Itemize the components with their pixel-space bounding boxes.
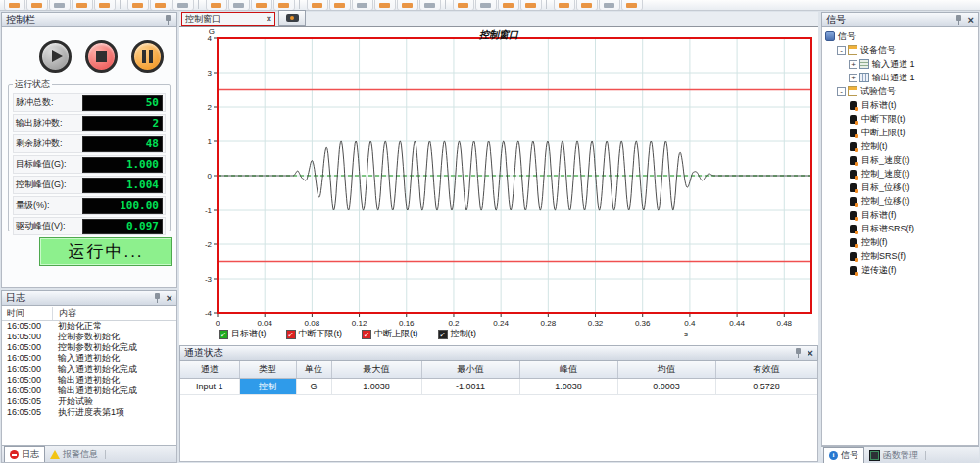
log-entry[interactable]: 16:05:00输入通道初始化 xyxy=(2,353,176,364)
collapse-icon[interactable]: - xyxy=(837,87,846,96)
channel-status-titlebar: 通道状态 × xyxy=(179,345,818,361)
toolbar-button[interactable] xyxy=(397,0,418,11)
channel-table-row[interactable]: Input 1控制G1.0038-1.00111.00380.00030.572… xyxy=(180,379,817,395)
chart-canvas[interactable]: 00.040.080.120.160.20.240.280.320.360.40… xyxy=(179,27,818,345)
channel-table-header[interactable]: 通道 xyxy=(180,361,239,379)
legend-checkbox[interactable]: ✓ xyxy=(286,330,296,339)
tree-item[interactable]: 控制(t) xyxy=(825,139,978,153)
toolbar-button[interactable] xyxy=(520,0,542,11)
toolbar-button[interactable] xyxy=(374,0,396,11)
signal-tree: 信号-设备信号+输入通道 1+输出通道 1-试验信号目标谱(t)中断下限(t)中… xyxy=(822,27,978,277)
channel-table-header[interactable]: 类型 xyxy=(239,361,296,379)
toolbar-button[interactable] xyxy=(352,0,373,11)
tree-item[interactable]: 逆传递(f) xyxy=(825,263,978,277)
tab-close-icon[interactable]: × xyxy=(267,14,271,24)
channel-table-header[interactable]: 峰值 xyxy=(519,361,617,379)
legend-item[interactable]: ✓中断下限(t) xyxy=(286,328,343,340)
tab-alarm-info[interactable]: 报警信息 xyxy=(45,447,103,462)
channel-table-header[interactable]: 单位 xyxy=(296,361,331,379)
pin-icon[interactable] xyxy=(795,348,803,358)
running-status-button[interactable]: 运行中... xyxy=(39,237,172,266)
close-icon[interactable]: × xyxy=(968,15,974,25)
close-icon[interactable]: × xyxy=(808,348,813,358)
tree-item[interactable]: 中断下限(t) xyxy=(825,112,978,126)
log-entry[interactable]: 16:05:00初始化正常 xyxy=(2,321,176,332)
log-entry[interactable]: 16:05:00控制参数初始化 xyxy=(2,332,176,342)
toolbar-button[interactable] xyxy=(307,0,328,11)
legend-checkbox[interactable]: ✓ xyxy=(362,330,371,339)
tree-item[interactable]: 目标谱(t) xyxy=(825,98,978,112)
toolbar-button[interactable] xyxy=(49,0,71,11)
toolbar-button[interactable] xyxy=(228,0,250,11)
pin-icon[interactable] xyxy=(165,15,172,25)
tree-item[interactable]: 目标谱SRS(f) xyxy=(825,222,978,235)
tree-item[interactable]: -设备信号 xyxy=(825,43,978,57)
log-entry[interactable]: 16:05:05开始试验 xyxy=(2,396,176,407)
expand-icon[interactable]: + xyxy=(849,74,858,82)
expand-icon[interactable]: + xyxy=(849,60,858,69)
toolbar-button[interactable] xyxy=(475,0,497,11)
close-icon[interactable]: × xyxy=(167,293,172,303)
log-entry[interactable]: 16:05:00控制参数初始化完成 xyxy=(2,342,176,353)
legend-checkbox[interactable]: ✓ xyxy=(438,330,448,339)
log-entry[interactable]: 16:05:05执行进度表第1项 xyxy=(2,407,176,418)
tree-item[interactable]: 控制(f) xyxy=(825,235,978,249)
tree-item[interactable]: 信号 xyxy=(825,29,978,43)
channel-table-header[interactable]: 均值 xyxy=(617,361,715,379)
channel-table-header[interactable]: 有效值 xyxy=(715,361,817,379)
toolbar-button[interactable] xyxy=(172,0,194,11)
toolbar-button[interactable] xyxy=(621,0,643,11)
log-entry[interactable]: 16:05:00输入通道初始化完成 xyxy=(2,364,176,375)
channel-table-header[interactable]: 最小值 xyxy=(421,361,519,379)
log-entry[interactable]: 16:05:00输出通道初始化完成 xyxy=(2,386,176,396)
tree-item[interactable]: 目标谱(f) xyxy=(825,208,978,222)
tree-item[interactable]: 控制_位移(t) xyxy=(825,194,978,208)
log-entry[interactable]: 16:05:00输出通道初始化 xyxy=(2,375,176,386)
toolbar-button[interactable] xyxy=(251,0,272,11)
pin-icon[interactable] xyxy=(154,293,162,303)
collapse-icon[interactable]: - xyxy=(837,46,846,55)
legend-item[interactable]: ✓控制(t) xyxy=(438,328,477,340)
toolbar-button[interactable] xyxy=(599,0,620,11)
toolbar-button[interactable] xyxy=(72,0,93,11)
tree-item[interactable]: 控制SRS(f) xyxy=(825,249,978,263)
tree-item[interactable]: 目标_位移(t) xyxy=(825,180,978,194)
tree-item[interactable]: 控制_速度(t) xyxy=(825,167,978,180)
toolbar-button[interactable] xyxy=(150,0,172,11)
tree-item[interactable]: 中断上限(t) xyxy=(825,126,978,139)
tree-item[interactable]: -试验信号 xyxy=(825,84,978,98)
toolbar-button[interactable] xyxy=(453,0,474,11)
legend-item[interactable]: ✓中断上限(t) xyxy=(362,328,418,340)
pin-icon[interactable] xyxy=(956,15,963,25)
play-button[interactable] xyxy=(39,40,72,73)
toolbar-button[interactable] xyxy=(576,0,598,11)
lcd-value: 1.000 xyxy=(82,157,163,173)
tab-function-manager[interactable]: 函数管理 xyxy=(864,448,923,463)
tab-control-window[interactable]: 控制窗口 × xyxy=(181,12,275,26)
signal-panel: 信号 × 信号-设备信号+输入通道 1+输出通道 1-试验信号目标谱(t)中断下… xyxy=(821,12,979,463)
toolbar-button[interactable] xyxy=(206,0,227,11)
toolbar-button[interactable] xyxy=(329,0,351,11)
tree-item[interactable]: +输出通道 1 xyxy=(825,71,978,84)
tree-item[interactable]: 目标_速度(t) xyxy=(825,153,978,167)
toolbar-button[interactable] xyxy=(498,0,519,11)
pause-button[interactable] xyxy=(131,40,164,73)
legend-item[interactable]: ✓目标谱(t) xyxy=(219,328,267,340)
snapshot-tab[interactable] xyxy=(278,10,306,26)
tab-signal[interactable]: i 信号 xyxy=(823,447,864,463)
toolbar-button[interactable] xyxy=(94,0,116,11)
toolbar-button[interactable] xyxy=(419,0,441,11)
toolbar-button[interactable] xyxy=(4,0,25,11)
legend-checkbox[interactable]: ✓ xyxy=(219,330,228,339)
stop-button[interactable] xyxy=(85,40,118,73)
toolbar-button[interactable] xyxy=(554,0,575,11)
tree-item[interactable]: +输入通道 1 xyxy=(825,57,978,71)
toolbar-button[interactable] xyxy=(127,0,149,11)
channel-table-header[interactable]: 最大值 xyxy=(331,361,421,379)
log-entry-message: 输出通道初始化完成 xyxy=(52,386,137,396)
status-field-label: 输出脉冲数: xyxy=(16,117,82,129)
toolbar-button[interactable] xyxy=(26,0,48,11)
chart-title: 控制窗口 xyxy=(179,28,818,42)
tab-log[interactable]: 日志 xyxy=(4,446,45,462)
status-field-row: 剩余脉冲数:48 xyxy=(13,134,166,153)
